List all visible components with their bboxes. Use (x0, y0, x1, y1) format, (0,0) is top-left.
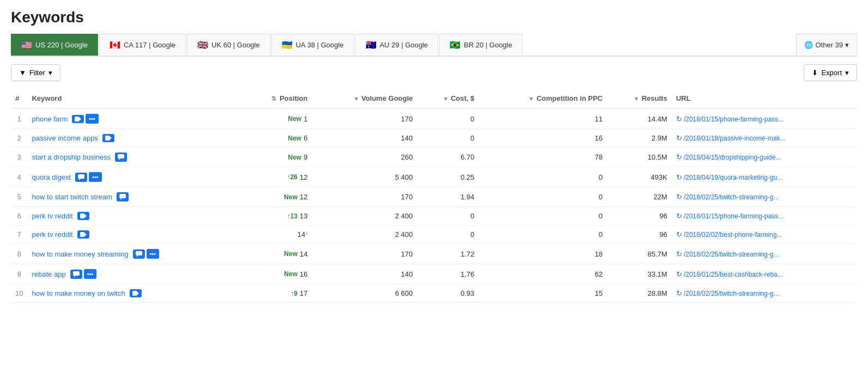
svg-marker-11 (84, 214, 87, 218)
url-link[interactable]: /2018/01/15/phone-farming-pass... (684, 212, 784, 220)
keyword-cell: how to make money streaming ••• (27, 244, 241, 264)
url-icon: ↻ (676, 230, 682, 239)
content-icon-button[interactable] (133, 249, 145, 259)
competition-cell: 62 (479, 264, 607, 284)
row-number: 6 (11, 207, 27, 225)
keyword-link[interactable]: how to make money on twitch (32, 289, 125, 297)
tab-us-label: US 220 | Google (35, 41, 88, 49)
col-results[interactable]: ▾ Results (607, 89, 672, 108)
keyword-cell: perk tv reddit (27, 225, 241, 244)
icon-group: ••• (133, 249, 160, 259)
keyword-link[interactable]: rebate app (32, 270, 65, 278)
col-competition[interactable]: ▾ Competition in PPC (479, 89, 607, 108)
tab-au[interactable]: 🇦🇺 AU 29 | Google (355, 34, 439, 56)
video-icon-button[interactable] (77, 212, 89, 220)
tab-other-label: Other 39 (815, 41, 843, 49)
video-icon-button[interactable] (102, 134, 114, 142)
col-volume[interactable]: ▾ Volume Google (312, 89, 417, 108)
url-icon: ↻ (676, 270, 682, 278)
results-cell: 493K (607, 167, 672, 187)
url-link[interactable]: /2018/01/25/best-cashback-reba... (684, 271, 783, 278)
keyword-link[interactable]: how to start twitch stream (32, 193, 112, 201)
toolbar: ▼ Filter ▾ ⬇ Export ▾ (11, 64, 857, 81)
filter-button[interactable]: ▼ Filter ▾ (11, 64, 60, 81)
col-keyword[interactable]: Keyword (27, 89, 241, 108)
keyword-link[interactable]: phone farm (32, 115, 68, 123)
more-options-button[interactable]: ••• (84, 269, 97, 279)
tab-ca[interactable]: 🇨🇦 CA 117 | Google (99, 34, 186, 56)
keyword-cell: passive income apps (27, 129, 241, 148)
keyword-link[interactable]: perk tv reddit (32, 212, 72, 220)
url-link[interactable]: /2018/02/25/twitch-streaming-g... (684, 290, 779, 297)
video-icon-button[interactable] (77, 230, 89, 239)
more-options-button[interactable]: ••• (86, 114, 99, 124)
row-number: 4 (11, 167, 27, 187)
row-number: 3 (11, 148, 27, 167)
content-icon-button[interactable] (70, 270, 82, 279)
url-link[interactable]: /2018/04/19/quora-marketing-gu... (684, 174, 782, 181)
video-icon-button[interactable] (72, 115, 84, 123)
content-icon-button[interactable] (117, 192, 129, 202)
table-row: 6perk tv reddit ↑13132 4000096↻/2018/01/… (11, 207, 857, 225)
competition-cell: 16 (479, 129, 607, 148)
url-link[interactable]: /2018/02/25/twitch-streaming-g... (684, 251, 779, 258)
position-cell: 14* (241, 225, 312, 244)
chevron-down-icon: ▾ (845, 41, 849, 49)
icon-group (77, 212, 89, 220)
icon-group (77, 230, 89, 239)
icon-group (130, 289, 142, 297)
url-icon: ↻ (676, 134, 682, 142)
tab-ua[interactable]: 🇺🇦 UA 38 | Google (271, 34, 354, 56)
position-badge: New (288, 154, 302, 161)
cost-cell: 0 (417, 129, 479, 148)
url-link[interactable]: /2018/02/25/twitch-streaming-g... (684, 193, 779, 201)
keyword-link[interactable]: how to make money streaming (32, 250, 128, 258)
keyword-link[interactable]: start a dropship business (32, 153, 111, 161)
flag-uk: 🇬🇧 (197, 40, 208, 50)
more-options-button[interactable]: ••• (89, 172, 102, 182)
url-link[interactable]: /2018/01/15/phone-farming-pass... (684, 115, 784, 123)
results-cell: 96 (607, 207, 672, 225)
keyword-link[interactable]: passive income apps (32, 134, 98, 142)
url-link[interactable]: /2018/02/02/best-phone-farming... (684, 231, 782, 239)
row-number: 9 (11, 264, 27, 284)
position-badge: ↑9 (290, 290, 298, 297)
tab-us[interactable]: 🇺🇸 US 220 | Google (11, 34, 98, 56)
url-cell: ↻/2018/01/15/phone-farming-pass... (672, 207, 857, 225)
video-icon-button[interactable] (130, 289, 142, 297)
position-value: 9 (304, 153, 307, 161)
keywords-table: # Keyword ⇅ Position ▾ Volume Google ▾ C… (11, 89, 857, 303)
results-cell: 14.4M (607, 108, 672, 129)
tab-uk[interactable]: 🇬🇧 UK 60 | Google (187, 34, 270, 56)
row-number: 2 (11, 129, 27, 148)
col-cost[interactable]: ▾ Cost, $ (417, 89, 479, 108)
position-badge: New (284, 193, 298, 201)
position-value: 14 (300, 250, 307, 258)
url-link[interactable]: /2018/04/15/dropshipping-guide... (684, 154, 781, 161)
competition-cell: 78 (479, 148, 607, 167)
svg-marker-1 (79, 117, 81, 121)
url-cell: ↻/2018/01/15/phone-farming-pass... (672, 108, 857, 129)
filter-label: Filter (29, 69, 45, 77)
more-options-button[interactable]: ••• (147, 249, 160, 259)
cost-cell: 0.25 (417, 167, 479, 187)
tab-br[interactable]: 🇧🇷 BR 20 | Google (439, 34, 523, 56)
position-cell: New12 (241, 187, 312, 207)
tab-other[interactable]: 🌐 Other 39 ▾ (796, 34, 857, 56)
url-cell: ↻/2018/02/25/twitch-streaming-g... (672, 244, 857, 264)
icon-group: ••• (72, 114, 99, 124)
competition-cell: 11 (479, 108, 607, 129)
keyword-link[interactable]: perk tv reddit (32, 230, 72, 239)
flag-br: 🇧🇷 (450, 40, 460, 50)
export-button[interactable]: ⬇ Export ▾ (804, 64, 857, 81)
svg-marker-13 (84, 233, 87, 236)
position-value: 14* (298, 230, 308, 239)
col-position[interactable]: ⇅ Position (241, 89, 312, 108)
tabs-container: 🇺🇸 US 220 | Google 🇨🇦 CA 117 | Google 🇬🇧… (11, 34, 857, 57)
content-icon-button[interactable] (75, 173, 87, 182)
content-icon-button[interactable] (115, 152, 127, 162)
svg-rect-14 (136, 251, 142, 255)
url-link[interactable]: /2018/01/18/passive-income-mak... (684, 135, 786, 142)
url-icon: ↻ (676, 115, 682, 123)
keyword-link[interactable]: quora digest (32, 173, 71, 181)
